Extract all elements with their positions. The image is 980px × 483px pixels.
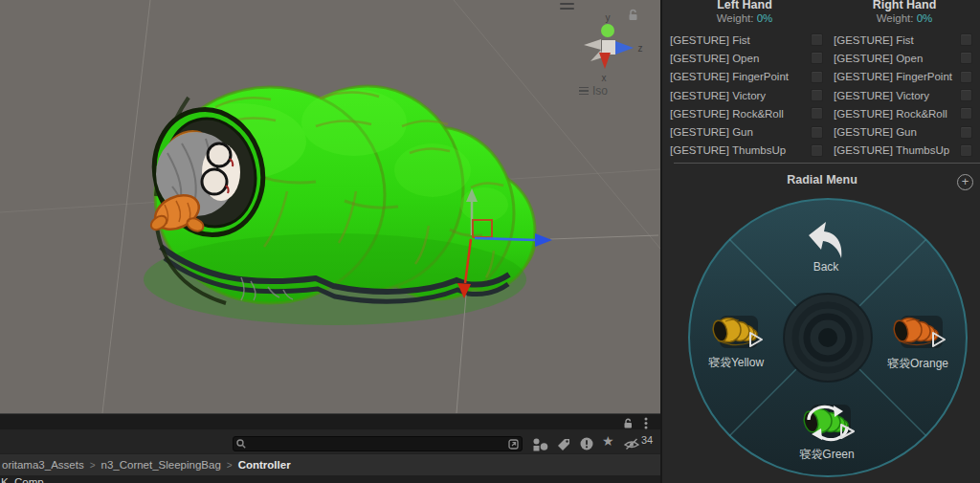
filter-by-type-icon[interactable] [532, 438, 548, 451]
search-pick-icon[interactable] [508, 439, 519, 450]
radial-menu-title: Radial Menu [662, 173, 980, 190]
right-hand-title: Right Hand [827, 0, 980, 12]
gesture-label: [GESTURE] FingerPoint [834, 71, 960, 82]
clipped-row-text: K_Comp [1, 476, 44, 483]
left-hand-weight: Weight: 0% [662, 12, 827, 30]
kebab-menu-icon[interactable] [644, 417, 648, 429]
glasses-lens-bottom [202, 169, 227, 194]
panel-lock-icon[interactable] [623, 418, 634, 429]
weight-label: Weight: [717, 12, 754, 24]
breadcrumb-separator: > [227, 460, 233, 471]
projection-mode-toggle[interactable]: Iso [579, 84, 608, 98]
axis-x-label: x [602, 73, 607, 83]
gizmo-y-ball[interactable] [601, 24, 614, 37]
gesture-label: [GESTURE] Rock&Roll [670, 108, 811, 120]
gesture-checkbox-left-open[interactable] [811, 52, 823, 64]
toolbar-strip [0, 413, 660, 429]
gizmo-z-cone[interactable] [615, 41, 634, 55]
gesture-label: [GESTURE] FingerPoint [670, 71, 811, 82]
gesture-label: [GESTURE] Victory [670, 90, 811, 101]
section-divider [674, 163, 980, 164]
gesture-label: [GESTURE] Open [670, 53, 811, 64]
gesture-panel: Left Hand Weight: 0% [GESTURE] Fist [GES… [660, 0, 980, 483]
radial-item-back-label[interactable]: Back [813, 260, 839, 274]
gesture-label: [GESTURE] ThumbsUp [834, 144, 960, 156]
radial-item-orange-icon[interactable] [887, 314, 948, 352]
gesture-checkbox-left-victory[interactable] [811, 89, 823, 101]
radial-item-green-icon[interactable] [799, 401, 858, 443]
search-input[interactable] [246, 438, 508, 450]
orientation-gizmo[interactable]: y z x [568, 6, 650, 84]
breadcrumb-middle[interactable]: n3_Cornet_SleepingBag [101, 459, 221, 471]
scene-viewport[interactable]: y z x Iso [0, 0, 660, 413]
favorites-star-icon[interactable]: ★ [602, 433, 614, 449]
hidden-count: 34 [641, 434, 653, 446]
left-hand-title: Left Hand [662, 0, 827, 12]
breadcrumb-root[interactable]: oritama3_Assets [2, 459, 84, 471]
unity-editor-window: y z x Iso [0, 0, 980, 483]
label-tag-icon[interactable] [557, 438, 570, 451]
radial-item-orange-label[interactable]: 寝袋Orange [887, 356, 948, 372]
right-hand-column: Right Hand Weight: 0% [GESTURE] Fist [GE… [827, 0, 980, 160]
gesture-checkbox-left-thumbsup[interactable] [811, 144, 823, 157]
weight-label: Weight: [877, 12, 914, 24]
right-hand-weight: Weight: 0% [827, 12, 980, 30]
gesture-checkbox-left-rocknroll[interactable] [811, 107, 823, 120]
gesture-label: [GESTURE] ThumbsUp [670, 144, 811, 156]
gesture-checkbox-right-rocknroll[interactable] [960, 107, 972, 120]
gesture-checkbox-right-gun[interactable] [960, 126, 972, 139]
clipped-hierarchy-row: K_Comp [0, 475, 660, 483]
search-toolbar: ★ 34 [0, 429, 660, 453]
gesture-label: [GESTURE] Gun [670, 126, 811, 138]
left-hand-column: Left Hand Weight: 0% [GESTURE] Fist [GES… [662, 0, 827, 160]
warning-icon[interactable] [580, 437, 593, 450]
gizmo-neg-axis-cone[interactable] [584, 39, 601, 50]
search-icon [236, 439, 246, 449]
iso-label: Iso [592, 84, 608, 98]
gesture-checkbox-right-victory[interactable] [960, 89, 972, 101]
weight-value: 0% [917, 12, 933, 24]
radial-item-yellow-label[interactable]: 寝袋Yellow [708, 355, 764, 371]
breadcrumb-separator: > [90, 460, 96, 471]
gizmo-center-cube[interactable] [602, 40, 615, 55]
weight-value: 0% [757, 12, 773, 24]
gesture-checkbox-right-thumbsup[interactable] [960, 144, 972, 157]
gesture-checkbox-left-fingerpoint[interactable] [811, 71, 823, 83]
gesture-label: [GESTURE] Open [834, 53, 960, 64]
breadcrumb-current[interactable]: Controller [238, 459, 291, 471]
breadcrumb: oritama3_Assets > n3_Cornet_SleepingBag … [0, 453, 660, 475]
gesture-checkbox-right-fingerpoint[interactable] [960, 71, 972, 83]
hidden-eye-icon[interactable] [624, 438, 639, 450]
axis-y-label: y [606, 12, 611, 23]
glasses-lens-top [208, 143, 231, 166]
radial-item-yellow-icon[interactable] [708, 314, 764, 352]
gesture-label: [GESTURE] Fist [834, 34, 960, 46]
gesture-label: [GESTURE] Fist [670, 34, 811, 46]
gesture-label: [GESTURE] Victory [834, 90, 960, 101]
iso-menu-icon [579, 87, 589, 96]
gesture-checkbox-right-fist[interactable] [960, 33, 972, 46]
gizmo-x-cone[interactable] [599, 53, 611, 69]
scene-3d-render [0, 0, 660, 413]
radial-item-green-label[interactable]: 寝袋Green [799, 447, 854, 463]
axis-z-label: z [638, 43, 643, 54]
search-field[interactable] [233, 436, 523, 451]
gesture-label: [GESTURE] Gun [834, 126, 960, 138]
gesture-checkbox-left-fist[interactable] [811, 33, 823, 46]
gesture-checkbox-right-open[interactable] [960, 52, 972, 64]
add-radial-item-button[interactable]: + [957, 174, 973, 190]
gesture-checkbox-left-gun[interactable] [811, 126, 823, 139]
gesture-label: [GESTURE] Rock&Roll [834, 108, 960, 120]
